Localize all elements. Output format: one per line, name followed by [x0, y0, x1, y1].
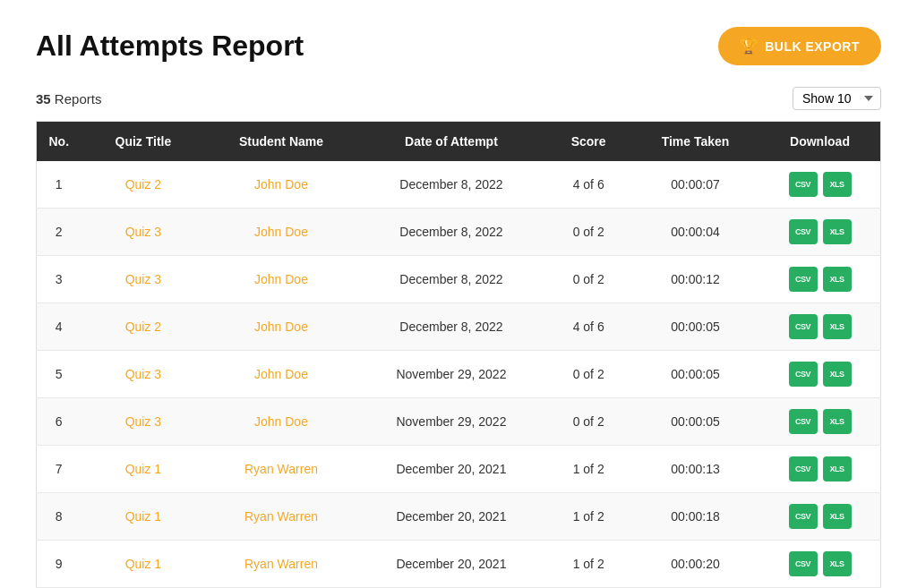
student-link[interactable]: John Doe [254, 367, 308, 381]
cell-no: 6 [37, 398, 81, 446]
cell-time: 00:00:05 [631, 303, 759, 351]
xls-download-button[interactable]: XLS [823, 504, 852, 529]
quiz-link[interactable]: Quiz 3 [125, 225, 161, 239]
download-icons: CSVXLS [770, 314, 870, 339]
download-icons: CSVXLS [770, 362, 870, 387]
csv-download-button[interactable]: CSV [789, 314, 818, 339]
xls-download-button[interactable]: XLS [823, 456, 852, 481]
student-link[interactable]: Ryan Warren [244, 557, 318, 571]
table-row: 9Quiz 1Ryan WarrenDecember 20, 20211 of … [37, 541, 881, 588]
reports-label: Reports [55, 91, 102, 107]
table-header-row: No. Quiz Title Student Name Date of Atte… [37, 122, 881, 162]
bulk-export-button[interactable]: 🏆 BULK EXPORT [718, 27, 881, 65]
student-link[interactable]: John Doe [254, 272, 308, 286]
cell-download: CSVXLS [759, 541, 880, 588]
reports-number: 35 [36, 91, 51, 107]
table-row: 7Quiz 1Ryan WarrenDecember 20, 20211 of … [37, 446, 881, 493]
quiz-link[interactable]: Quiz 3 [125, 367, 161, 381]
cell-quiz-title: Quiz 3 [81, 398, 206, 446]
cell-no: 1 [37, 161, 81, 209]
cell-quiz-title: Quiz 1 [81, 493, 206, 541]
reports-count: 35 Reports [36, 91, 101, 107]
cell-score: 4 of 6 [545, 303, 631, 351]
cell-date: November 29, 2022 [357, 398, 546, 446]
cell-quiz-title: Quiz 3 [81, 256, 206, 303]
student-link[interactable]: John Doe [254, 320, 308, 334]
table-row: 1Quiz 2John DoeDecember 8, 20224 of 600:… [37, 161, 881, 209]
cell-no: 5 [37, 351, 81, 398]
csv-download-button[interactable]: CSV [789, 456, 818, 481]
cell-score: 1 of 2 [545, 446, 631, 493]
download-icons: CSVXLS [770, 409, 870, 434]
table-row: 8Quiz 1Ryan WarrenDecember 20, 20211 of … [37, 493, 881, 541]
xls-download-button[interactable]: XLS [823, 314, 852, 339]
cell-quiz-title: Quiz 3 [81, 351, 206, 398]
table-row: 2Quiz 3John DoeDecember 8, 20220 of 200:… [37, 209, 881, 256]
cell-download: CSVXLS [759, 161, 880, 209]
cell-download: CSVXLS [759, 256, 880, 303]
cell-time: 00:00:05 [631, 398, 759, 446]
csv-download-button[interactable]: CSV [789, 551, 818, 576]
download-icons: CSVXLS [770, 267, 870, 292]
download-icons: CSVXLS [770, 172, 870, 197]
cell-time: 00:00:07 [631, 161, 759, 209]
cell-date: November 29, 2022 [357, 351, 546, 398]
cell-student-name: John Doe [205, 209, 356, 256]
download-icons: CSVXLS [770, 456, 870, 481]
attempts-table: No. Quiz Title Student Name Date of Atte… [36, 121, 881, 588]
cell-date: December 20, 2021 [357, 446, 546, 493]
col-quiz-title: Quiz Title [81, 122, 206, 162]
student-link[interactable]: John Doe [254, 225, 308, 239]
csv-download-button[interactable]: CSV [789, 409, 818, 434]
student-link[interactable]: Ryan Warren [244, 509, 318, 524]
cell-student-name: Ryan Warren [205, 446, 356, 493]
xls-download-button[interactable]: XLS [823, 172, 852, 197]
cell-no: 9 [37, 541, 81, 588]
xls-download-button[interactable]: XLS [823, 551, 852, 576]
cell-quiz-title: Quiz 2 [81, 303, 206, 351]
cell-download: CSVXLS [759, 398, 880, 446]
csv-download-button[interactable]: CSV [789, 504, 818, 529]
cell-score: 1 of 2 [545, 541, 631, 588]
xls-download-button[interactable]: XLS [823, 409, 852, 434]
cell-student-name: Ryan Warren [205, 493, 356, 541]
csv-download-button[interactable]: CSV [789, 172, 818, 197]
col-score: Score [545, 122, 631, 162]
cell-score: 0 of 2 [545, 398, 631, 446]
cell-no: 3 [37, 256, 81, 303]
quiz-link[interactable]: Quiz 1 [125, 462, 161, 476]
col-no: No. [37, 122, 81, 162]
quiz-link[interactable]: Quiz 3 [125, 414, 161, 429]
csv-download-button[interactable]: CSV [789, 219, 818, 244]
cell-student-name: John Doe [205, 256, 356, 303]
xls-download-button[interactable]: XLS [823, 219, 852, 244]
cell-date: December 8, 2022 [357, 303, 546, 351]
col-time-taken: Time Taken [631, 122, 759, 162]
cell-time: 00:00:13 [631, 446, 759, 493]
quiz-link[interactable]: Quiz 2 [125, 177, 161, 192]
cell-download: CSVXLS [759, 303, 880, 351]
csv-download-button[interactable]: CSV [789, 362, 818, 387]
show-select[interactable]: Show 10 Show 25 Show 50 Show 100 [793, 87, 881, 110]
col-student-name: Student Name [205, 122, 356, 162]
student-link[interactable]: Ryan Warren [244, 462, 318, 476]
export-icon: 🏆 [740, 38, 758, 55]
quiz-link[interactable]: Quiz 2 [125, 320, 161, 334]
student-link[interactable]: John Doe [254, 177, 308, 192]
xls-download-button[interactable]: XLS [823, 362, 852, 387]
cell-score: 4 of 6 [545, 161, 631, 209]
quiz-link[interactable]: Quiz 1 [125, 557, 161, 571]
quiz-link[interactable]: Quiz 1 [125, 509, 161, 524]
cell-date: December 20, 2021 [357, 493, 546, 541]
cell-date: December 8, 2022 [357, 209, 546, 256]
download-icons: CSVXLS [770, 551, 870, 576]
cell-download: CSVXLS [759, 493, 880, 541]
csv-download-button[interactable]: CSV [789, 267, 818, 292]
quiz-link[interactable]: Quiz 3 [125, 272, 161, 286]
cell-score: 0 of 2 [545, 351, 631, 398]
cell-student-name: John Doe [205, 161, 356, 209]
table-row: 3Quiz 3John DoeDecember 8, 20220 of 200:… [37, 256, 881, 303]
student-link[interactable]: John Doe [254, 414, 308, 429]
xls-download-button[interactable]: XLS [823, 267, 852, 292]
cell-time: 00:00:04 [631, 209, 759, 256]
